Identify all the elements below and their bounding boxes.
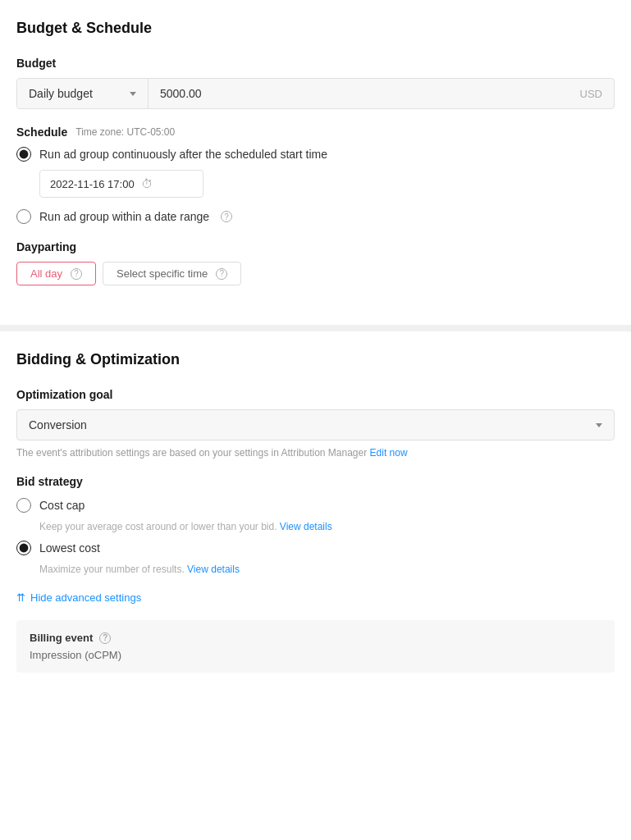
bid-strategy-group: Bid strategy Cost cap Keep your average … bbox=[16, 475, 615, 575]
budget-field-group: Budget Daily budget USD bbox=[16, 57, 615, 109]
bid-costcap-link[interactable]: View details bbox=[280, 521, 332, 532]
billing-help-icon[interactable]: ? bbox=[99, 632, 111, 644]
bid-lowestcost-link[interactable]: View details bbox=[187, 564, 240, 575]
optimization-goal-chevron-icon bbox=[596, 423, 602, 427]
bid-lowestcost-desc: Maximize your number of results. View de… bbox=[39, 564, 615, 575]
billing-event-value: Impression (oCPM) bbox=[30, 649, 601, 661]
billing-event-title: Billing event ? bbox=[30, 632, 601, 644]
schedule-field-group: Schedule Time zone: UTC-05:00 Run ad gro… bbox=[16, 126, 615, 224]
budget-label: Budget bbox=[16, 57, 615, 70]
bid-lowestcost-radio[interactable] bbox=[16, 541, 31, 555]
dayparting-allday-help-icon[interactable]: ? bbox=[71, 268, 82, 280]
schedule-option2-help-icon[interactable]: ? bbox=[221, 211, 232, 222]
datetime-input[interactable]: 2022-11-16 17:00 ⏱ bbox=[39, 170, 203, 198]
bidding-optimization-section: Bidding & Optimization Optimization goal… bbox=[0, 325, 631, 696]
edit-now-link[interactable]: Edit now bbox=[370, 447, 408, 459]
dayparting-field-group: Dayparting All day ? Select specific tim… bbox=[16, 240, 615, 285]
optimization-goal-select[interactable]: Conversion bbox=[16, 409, 615, 441]
bid-strategy-label: Bid strategy bbox=[16, 475, 615, 488]
dayparting-allday-tab[interactable]: All day ? bbox=[16, 262, 96, 285]
bid-costcap-item: Cost cap bbox=[16, 498, 615, 513]
schedule-option1-label: Run ad group continuously after the sche… bbox=[39, 148, 327, 161]
schedule-option2-label: Run ad group within a date range bbox=[39, 210, 209, 223]
clock-icon: ⏱ bbox=[141, 177, 153, 190]
optimization-goal-label: Optimization goal bbox=[16, 388, 615, 401]
budget-currency-label: USD bbox=[569, 80, 614, 108]
schedule-option2-radio[interactable] bbox=[16, 209, 31, 224]
dayparting-label: Dayparting bbox=[16, 240, 615, 253]
hide-advanced-settings-button[interactable]: ⇈ Hide advanced settings bbox=[16, 591, 615, 604]
dayparting-specifictime-label: Select specific time bbox=[117, 267, 208, 280]
budget-schedule-section: Budget & Schedule Budget Daily budget US… bbox=[0, 0, 631, 325]
hide-advanced-icon: ⇈ bbox=[16, 591, 25, 604]
bidding-optimization-title: Bidding & Optimization bbox=[16, 351, 615, 368]
billing-box: Billing event ? Impression (oCPM) bbox=[16, 620, 615, 673]
attribution-note: The event's attribution settings are bas… bbox=[16, 447, 615, 459]
dayparting-allday-label: All day bbox=[30, 267, 62, 280]
schedule-label-row: Schedule Time zone: UTC-05:00 bbox=[16, 126, 615, 139]
budget-amount-input[interactable] bbox=[149, 79, 569, 108]
dayparting-tabs: All day ? Select specific time ? bbox=[16, 262, 615, 285]
budget-type-label: Daily budget bbox=[29, 87, 93, 100]
budget-schedule-title: Budget & Schedule bbox=[16, 20, 615, 37]
datetime-value: 2022-11-16 17:00 bbox=[50, 178, 135, 190]
schedule-timezone: Time zone: UTC-05:00 bbox=[75, 126, 175, 138]
bid-costcap-radio[interactable] bbox=[16, 498, 31, 513]
budget-type-select[interactable]: Daily budget bbox=[17, 79, 149, 108]
hide-advanced-label: Hide advanced settings bbox=[30, 591, 141, 604]
bid-lowestcost-item: Lowest cost bbox=[16, 541, 615, 555]
schedule-option1-item: Run ad group continuously after the sche… bbox=[16, 147, 615, 162]
bid-costcap-desc: Keep your average cost around or lower t… bbox=[39, 521, 615, 532]
budget-row: Daily budget USD bbox=[16, 78, 615, 109]
optimization-goal-group: Optimization goal Conversion The event's… bbox=[16, 388, 615, 459]
schedule-radio-group: Run ad group continuously after the sche… bbox=[16, 147, 615, 224]
budget-type-chevron-icon bbox=[130, 92, 136, 96]
schedule-option1-radio[interactable] bbox=[16, 147, 31, 162]
bid-lowestcost-label: Lowest cost bbox=[39, 541, 100, 555]
schedule-label: Schedule bbox=[16, 126, 67, 139]
dayparting-specifictime-tab[interactable]: Select specific time ? bbox=[103, 262, 241, 285]
schedule-option2-item: Run ad group within a date range ? bbox=[16, 209, 615, 224]
optimization-goal-value: Conversion bbox=[29, 418, 87, 431]
dayparting-specifictime-help-icon[interactable]: ? bbox=[216, 268, 227, 280]
bid-costcap-label: Cost cap bbox=[39, 499, 85, 512]
